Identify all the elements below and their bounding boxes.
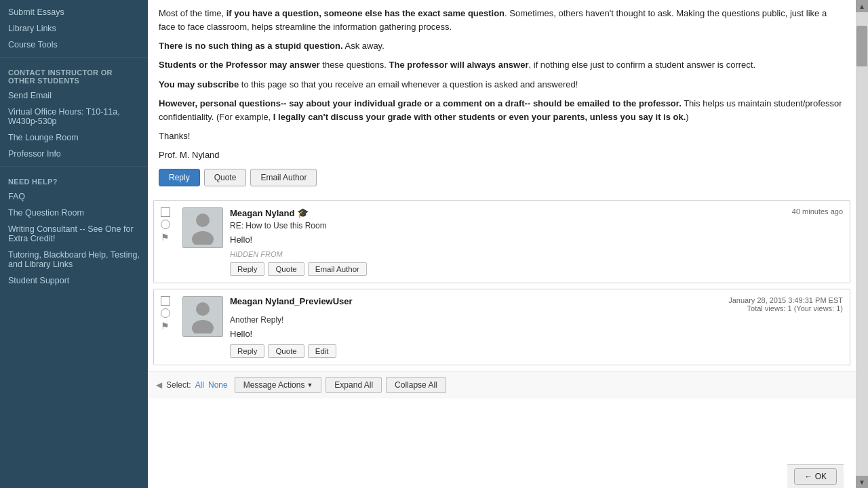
post-1-reply-button[interactable]: Reply xyxy=(230,262,264,276)
post-1-header: Meagan Nyland 🎓 40 minutes ago xyxy=(230,207,843,218)
post-1-author: Meagan Nyland 🎓 xyxy=(230,207,309,218)
post-2-timestamp: January 28, 2015 3:49:31 PM EST xyxy=(728,296,843,304)
chevron-left-icon: ◀ xyxy=(156,380,162,390)
post-1-meta: ⚑ xyxy=(161,207,176,276)
scroll-down-button[interactable]: ▼ xyxy=(856,476,868,488)
post-1: ⚑ Meagan Nyland 🎓 40 minutes ago RE: How… xyxy=(153,200,850,283)
post-2-reply-button[interactable]: Reply xyxy=(230,344,264,358)
post-2: ⚑ Meagan Nyland_PreviewUser January 28, … xyxy=(153,289,850,365)
post-2-header: Meagan Nyland_PreviewUser January 28, 20… xyxy=(230,296,843,312)
quote-button-top[interactable]: Quote xyxy=(204,169,247,186)
intro-p3: Students or the Professor may answer the… xyxy=(159,58,845,72)
collapse-all-button[interactable]: Collapse All xyxy=(386,377,446,393)
sidebar-item-tutoring[interactable]: Tutoring, Blackboard Help, Testing, and … xyxy=(0,247,148,272)
post-2-checkbox[interactable] xyxy=(161,296,170,306)
scroll-track[interactable] xyxy=(856,12,868,476)
sidebar-item-submit-essays[interactable]: Submit Essays xyxy=(0,4,148,20)
post-1-inner: ⚑ Meagan Nyland 🎓 40 minutes ago RE: How… xyxy=(154,201,850,283)
post-1-timestamp: 40 minutes ago xyxy=(792,207,843,216)
svg-point-1 xyxy=(192,231,214,245)
sidebar-item-professor-info[interactable]: Professor Info xyxy=(0,146,148,162)
expand-all-button[interactable]: Expand All xyxy=(326,377,382,393)
post-2-avatar xyxy=(182,296,223,337)
sidebar-item-virtual-office-hours[interactable]: Virtual Office Hours: T10-11a, W430p-530… xyxy=(0,104,148,129)
sidebar-item-student-support[interactable]: Student Support xyxy=(0,272,148,289)
intro-p2: There is no such thing as a stupid quest… xyxy=(159,39,845,53)
intro-p5: However, personal questions-- say about … xyxy=(159,97,845,124)
post-2-author: Meagan Nyland_PreviewUser xyxy=(230,296,353,306)
post-2-meta: ⚑ xyxy=(161,296,176,358)
sidebar-item-library-links[interactable]: Library Links xyxy=(0,20,148,37)
sidebar-item-faq[interactable]: FAQ xyxy=(0,188,148,205)
scroll-up-button[interactable]: ▲ xyxy=(856,0,868,12)
post-2-content: Meagan Nyland_PreviewUser January 28, 20… xyxy=(230,296,843,358)
post-1-quote-button[interactable]: Quote xyxy=(268,262,304,276)
message-actions-button[interactable]: Message Actions ▼ xyxy=(235,377,322,393)
intro-p6: Thanks! xyxy=(159,129,845,143)
svg-point-3 xyxy=(192,320,214,333)
intro-content: Most of the time, if you have a question… xyxy=(148,0,856,195)
post-1-checkbox[interactable] xyxy=(161,207,170,217)
intro-p4: You may subscribe to this page so that y… xyxy=(159,78,845,92)
post-2-flag[interactable]: ⚑ xyxy=(161,321,170,331)
message-actions-label: Message Actions xyxy=(243,380,305,390)
email-author-button-top[interactable]: Email Author xyxy=(250,169,317,186)
scroll-thumb[interactable] xyxy=(856,26,867,66)
post-2-quote-button[interactable]: Quote xyxy=(268,344,304,358)
post-2-radio[interactable] xyxy=(161,308,170,318)
svg-point-2 xyxy=(196,302,210,316)
bottom-actions: Message Actions ▼ Expand All Collapse Al… xyxy=(235,377,446,393)
select-none-link[interactable]: None xyxy=(208,380,228,390)
message-actions-dropdown-icon: ▼ xyxy=(307,382,313,388)
sidebar-item-writing-consultant[interactable]: Writing Consultant -- See One for Extra … xyxy=(0,221,148,247)
scrollbar[interactable]: ▲ ▼ xyxy=(856,0,868,488)
intro-p1: Most of the time, if you have a question… xyxy=(159,7,845,34)
post-2-edit-button[interactable]: Edit xyxy=(308,344,336,358)
post-1-radio[interactable] xyxy=(161,220,170,229)
sidebar-item-course-tools[interactable]: Course Tools xyxy=(0,37,148,53)
post-1-body: Hello! xyxy=(230,235,843,245)
bottom-bar: ◀ Select: All None Message Actions ▼ Exp… xyxy=(148,371,856,399)
post-1-email-author-button[interactable]: Email Author xyxy=(308,262,367,276)
post-2-inner: ⚑ Meagan Nyland_PreviewUser January 28, … xyxy=(154,289,850,365)
post-1-avatar xyxy=(182,207,223,248)
reply-button-top[interactable]: Reply xyxy=(159,169,200,186)
intro-p7: Prof. M. Nyland xyxy=(159,148,845,162)
contact-section-header: CONTACT INSTRUCTOR OR OTHER STUDENTS xyxy=(0,62,148,87)
post-1-hidden-info: HIDDEN FROM xyxy=(230,250,843,258)
top-action-buttons: Reply Quote Email Author xyxy=(159,169,845,186)
post-2-timestamp2: Total views: 1 (Your views: 1) xyxy=(728,304,843,312)
post-2-body: Hello! xyxy=(230,329,843,339)
post-2-actions: Reply Quote Edit xyxy=(230,344,843,358)
main-content: Most of the time, if you have a question… xyxy=(148,0,856,488)
sidebar-item-send-email[interactable]: Send Email xyxy=(0,87,148,104)
post-1-content: Meagan Nyland 🎓 40 minutes ago RE: How t… xyxy=(230,207,843,276)
select-all-link[interactable]: All xyxy=(195,380,204,390)
ok-button[interactable]: ← OK xyxy=(794,468,837,485)
sidebar-item-question-room[interactable]: The Question Room xyxy=(0,205,148,221)
ok-bar: ← OK xyxy=(787,464,844,488)
post-1-flag[interactable]: ⚑ xyxy=(161,232,170,243)
post-1-actions: Reply Quote Email Author xyxy=(230,262,843,276)
select-label: Select: xyxy=(166,380,191,390)
sidebar: Submit Essays Library Links Course Tools… xyxy=(0,0,148,488)
sidebar-item-lounge-room[interactable]: The Lounge Room xyxy=(0,129,148,146)
post-2-subject: Another Reply! xyxy=(230,315,843,325)
post-1-subject: RE: How to Use this Room xyxy=(230,221,843,230)
svg-point-0 xyxy=(196,214,210,227)
need-help-section-header: NEED HELP? xyxy=(0,171,148,188)
